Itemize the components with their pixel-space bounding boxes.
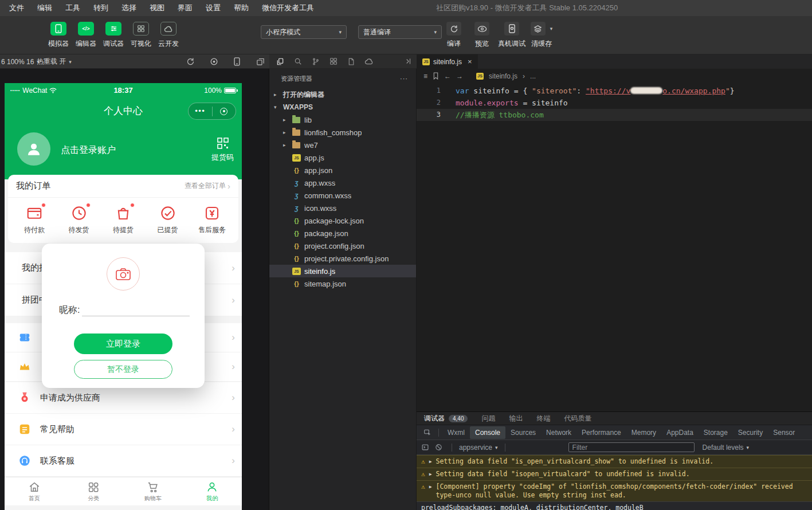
tree-item-siteinfo-js[interactable]: siteinfo.js: [269, 265, 416, 277]
search-icon[interactable]: [294, 57, 302, 65]
devtools-tab-network[interactable]: Network: [541, 426, 576, 439]
eval-context-icon[interactable]: [421, 444, 429, 451]
code-editor[interactable]: 1 var siteinfo = { "siteroot": "https://…: [417, 83, 812, 411]
menu-edit[interactable]: 编辑: [34, 0, 56, 16]
expand-caret-icon[interactable]: ▶: [429, 470, 432, 478]
skip-login-button[interactable]: 暂不登录: [74, 360, 172, 379]
devtools-tab-wxml[interactable]: Wxml: [442, 426, 470, 439]
devtools-tab-appdata[interactable]: AppData: [661, 426, 699, 439]
more-actions-icon[interactable]: ···: [400, 75, 408, 82]
tree-item-app-wxss[interactable]: app.wxss: [269, 176, 416, 189]
multi-window-icon[interactable]: [256, 57, 265, 66]
tab-output[interactable]: 输出: [509, 414, 523, 423]
menu-select[interactable]: 选择: [118, 0, 140, 16]
editor-toggle-button[interactable]: </> 编辑器: [72, 22, 100, 49]
clear-cache-button[interactable]: ▾ 清缓存: [529, 22, 554, 49]
log-level-selector[interactable]: Default levels ▾: [703, 444, 750, 452]
tree-item-icon-wxss[interactable]: icon.wxss: [269, 202, 416, 214]
menu-row-help[interactable]: 常见帮助 ›: [5, 414, 242, 445]
order-after-sale[interactable]: 售后服务: [191, 205, 233, 235]
tab-home[interactable]: 首页: [5, 477, 64, 505]
new-file-icon[interactable]: [347, 57, 355, 66]
menu-devtools[interactable]: 微信开发者工具: [258, 0, 317, 16]
devtools-tab-security[interactable]: Security: [733, 426, 768, 439]
outline-icon[interactable]: ≡: [423, 72, 427, 80]
compile-mode-select[interactable]: 普通编译 ▾: [358, 25, 442, 39]
more-icon[interactable]: •••: [195, 109, 205, 113]
tree-item-project-config-json[interactable]: project.config.json: [269, 240, 416, 252]
remote-debug-button[interactable]: 真机调试: [498, 22, 525, 49]
tree-item-lionfish-comshop[interactable]: ▸lionfish_comshop: [269, 126, 416, 139]
expand-caret-icon[interactable]: ▶: [429, 482, 432, 491]
menu-settings[interactable]: 设置: [202, 0, 224, 16]
avatar[interactable]: [17, 132, 50, 166]
tab-siteinfo-js[interactable]: siteinfo.js ×: [417, 54, 478, 69]
visualization-toggle-button[interactable]: 可视化: [127, 22, 155, 49]
tree-item-project-private-config-json[interactable]: project.private.config.json: [269, 252, 416, 265]
tree-item-package-json[interactable]: package.json: [269, 227, 416, 240]
menu-file[interactable]: 文件: [6, 0, 28, 16]
inspect-icon[interactable]: [423, 429, 432, 437]
tree-item-package-lock-json[interactable]: package-lock.json: [269, 214, 416, 227]
files-icon[interactable]: [276, 57, 284, 66]
hot-reload-toggle[interactable]: 热重载 开 ▾: [37, 54, 72, 69]
camera-icon[interactable]: [107, 257, 140, 291]
tree-item-common-wxss[interactable]: common.wxss: [269, 189, 416, 202]
preview-button[interactable]: 预览: [470, 22, 494, 49]
forward-icon[interactable]: →: [456, 72, 463, 80]
menu-interface[interactable]: 界面: [174, 0, 196, 16]
console-warning-row[interactable]: ⚠ ▶ [Component] property "codeImg" of "l…: [417, 480, 812, 501]
capsule-menu[interactable]: •••: [188, 103, 236, 120]
collapse-panel-icon[interactable]: [404, 57, 412, 65]
menu-row-customer-service[interactable]: 联系客服 ›: [5, 445, 242, 477]
mode-select[interactable]: 小程序模式 ▾: [261, 25, 347, 39]
menu-help[interactable]: 帮助: [230, 0, 252, 16]
login-text[interactable]: 点击登录账户: [61, 144, 116, 156]
section-wxapps[interactable]: ▾WXAPPS: [269, 101, 416, 113]
menu-tools[interactable]: 工具: [62, 0, 84, 16]
menu-view[interactable]: 视图: [146, 0, 168, 16]
cloud-sync-icon[interactable]: [364, 58, 374, 65]
phone-icon[interactable]: [233, 57, 241, 66]
tree-item-we7[interactable]: ▸we7: [269, 139, 416, 151]
tab-problems[interactable]: 问题: [481, 414, 495, 423]
tab-terminal[interactable]: 终端: [536, 414, 550, 423]
device-selector[interactable]: 6 100% 16 ▾: [1, 54, 40, 69]
close-icon[interactable]: ×: [468, 57, 472, 66]
context-selector[interactable]: appservice ▾: [459, 444, 498, 452]
order-picked-up[interactable]: 已提货: [147, 205, 189, 235]
tree-item-app-js[interactable]: app.js: [269, 151, 416, 164]
expand-caret-icon[interactable]: ▶: [429, 457, 432, 466]
symbols-icon[interactable]: [329, 57, 338, 65]
tree-item-app-json[interactable]: app.json: [269, 164, 416, 176]
compile-button[interactable]: 编译: [442, 22, 466, 49]
breadcrumb-file[interactable]: siteinfo.js: [489, 72, 517, 80]
order-pending-pickup[interactable]: 待提货: [103, 205, 144, 235]
record-icon[interactable]: [210, 57, 218, 66]
minimize-target-icon[interactable]: [220, 108, 227, 115]
simulator-toggle-button[interactable]: 模拟器: [45, 22, 72, 49]
bookmark-icon[interactable]: [433, 72, 439, 80]
devtools-tab-performance[interactable]: Performance: [576, 426, 626, 439]
console-filter-input[interactable]: [568, 442, 695, 452]
tab-cart[interactable]: 购物车: [123, 477, 183, 505]
debugger-toggle-button[interactable]: 调试器: [100, 22, 127, 49]
view-all-orders-link[interactable]: 查看全部订单 ›: [185, 181, 230, 191]
tab-debugger[interactable]: 调试器 4,40: [424, 414, 468, 423]
login-now-button[interactable]: 立即登录: [74, 334, 172, 354]
console-warning-row[interactable]: ⚠ ▶ Setting data field "isopen_virtualca…: [417, 468, 812, 480]
menu-goto[interactable]: 转到: [90, 0, 112, 16]
devtools-tab-storage[interactable]: Storage: [699, 426, 733, 439]
breadcrumb-more[interactable]: ...: [530, 72, 536, 80]
tab-mine[interactable]: 我的: [183, 477, 242, 505]
devtools-tab-memory[interactable]: Memory: [626, 426, 661, 439]
back-icon[interactable]: ←: [444, 72, 451, 80]
pickup-code-button[interactable]: 提货码: [211, 138, 234, 163]
refresh-simulator-icon[interactable]: [186, 57, 195, 66]
tree-item-lib[interactable]: ▸lib: [269, 113, 416, 126]
devtools-tab-console[interactable]: Console: [470, 426, 505, 439]
order-pending-payment[interactable]: 待付款: [14, 205, 55, 235]
tab-code-quality[interactable]: 代码质量: [564, 414, 591, 423]
clear-console-icon[interactable]: [435, 444, 442, 451]
devtools-tab-sources[interactable]: Sources: [505, 426, 541, 439]
